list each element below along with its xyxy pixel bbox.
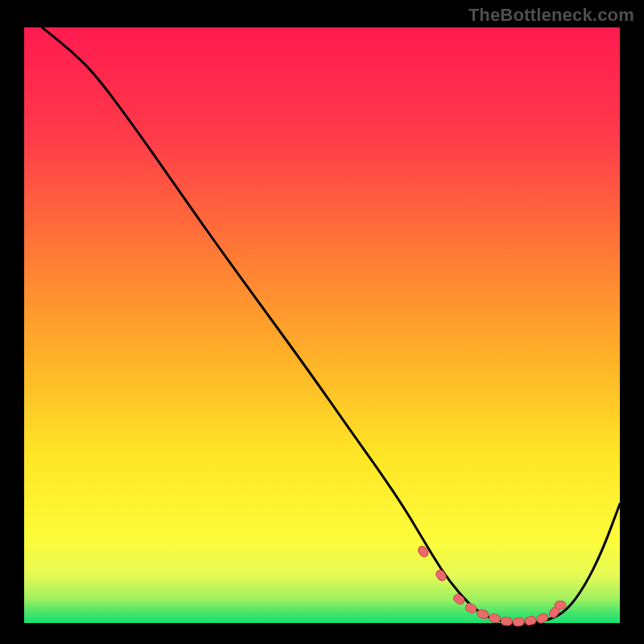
- gradient-background: [24, 27, 620, 623]
- chart-frame: TheBottleneck.com: [0, 0, 644, 644]
- highlight-marker: [555, 601, 566, 609]
- bottleneck-chart: [0, 0, 644, 644]
- highlight-marker: [501, 617, 512, 625]
- watermark-text: TheBottleneck.com: [469, 5, 634, 26]
- plot-area: [24, 27, 620, 623]
- highlight-marker: [513, 617, 525, 626]
